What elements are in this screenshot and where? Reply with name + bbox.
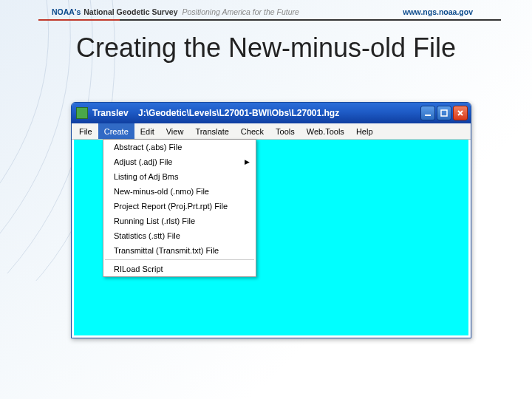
tagline: Positioning America for the Future [182,7,299,16]
dd-riload[interactable]: RILoad Script [103,262,256,276]
dd-listing[interactable]: Listing of Adj Bms [103,169,256,184]
menu-webtools[interactable]: Web.Tools [301,123,350,139]
maximize-button[interactable] [437,106,451,120]
slide-header: NOAA's National Geodetic Survey Position… [0,4,532,19]
site-url: www.ngs.noaa.gov [403,7,473,16]
header-accent [38,19,120,21]
minimize-button[interactable] [420,106,435,120]
menu-file[interactable]: File [73,123,98,139]
menu-view[interactable]: View [160,123,190,139]
dd-abstract[interactable]: Abstract (.abs) File [103,140,256,154]
window-controls [420,106,468,120]
menu-create[interactable]: Create [98,123,134,139]
menu-check[interactable]: Check [235,123,270,139]
dd-statistics[interactable]: Statistics (.stt) File [103,228,256,243]
window-title: Translev J:\Geodetic\Levels\L27001-BWI\O… [92,108,420,118]
menu-tools[interactable]: Tools [270,123,301,139]
app-icon [76,107,88,119]
dd-transmittal[interactable]: Transmittal (Transmit.txt) File [103,243,256,258]
menu-edit[interactable]: Edit [134,123,160,139]
close-button[interactable] [453,106,468,120]
svg-rect-1 [441,110,447,116]
submenu-arrow-icon: ▶ [245,158,250,166]
dd-project-report[interactable]: Project Report (Proj.Prt.rpt) File [103,199,256,214]
create-dropdown: Abstract (.abs) File Adjust (.adj) File▶… [103,139,256,277]
window-titlebar[interactable]: Translev J:\Geodetic\Levels\L27001-BWI\O… [72,103,471,123]
dropdown-separator [105,259,254,260]
menu-translate[interactable]: Translate [189,123,234,139]
dd-running-list[interactable]: Running List (.rlst) File [103,214,256,228]
menubar: File Create Edit View Translate Check To… [72,123,471,140]
dd-adjust[interactable]: Adjust (.adj) File▶ [103,154,256,169]
app-window: Translev J:\Geodetic\Levels\L27001-BWI\O… [71,102,471,338]
dd-nmo[interactable]: New-minus-old (.nmo) File [103,184,256,199]
page-title: Creating the New-minus-old File [0,33,532,64]
ngs-label: National Geodetic Survey [83,7,177,16]
noaa-label: NOAA's [52,7,81,16]
menu-help[interactable]: Help [350,123,379,139]
svg-rect-0 [425,115,431,116]
